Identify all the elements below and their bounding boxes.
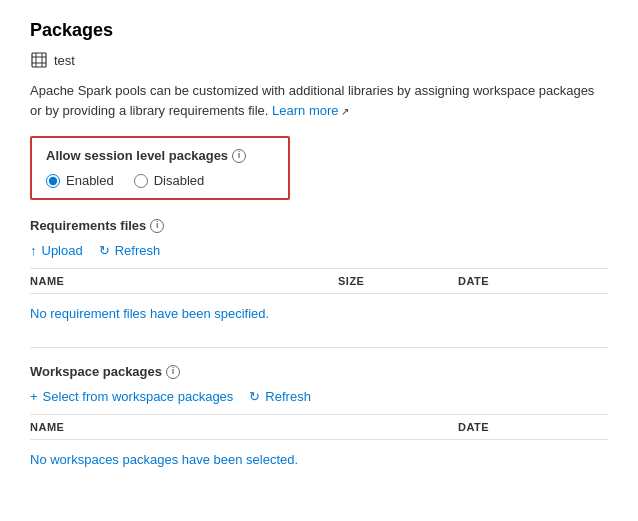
svg-rect-0 (32, 53, 46, 67)
resource-icon (30, 51, 48, 69)
learn-more-link[interactable]: Learn more (272, 103, 338, 118)
plus-icon: + (30, 389, 38, 404)
req-col-size: SIZE (338, 275, 458, 287)
requirements-info-icon: i (150, 219, 164, 233)
section-divider (30, 347, 608, 348)
enabled-radio-option[interactable]: Enabled (46, 173, 114, 188)
workspace-table-header: NAME DATE (30, 414, 608, 440)
workspace-action-bar: + Select from workspace packages ↻ Refre… (30, 389, 608, 404)
ws-col-name: NAME (30, 421, 458, 433)
upload-button[interactable]: ↑ Upload (30, 243, 83, 258)
workspace-refresh-icon: ↻ (249, 389, 260, 404)
info-text: Apache Spark pools can be customized wit… (30, 81, 608, 120)
select-workspace-packages-button[interactable]: + Select from workspace packages (30, 389, 233, 404)
page-title: Packages (30, 20, 608, 41)
session-info-icon: i (232, 149, 246, 163)
session-title: Allow session level packages i (46, 148, 274, 163)
resource-name: test (54, 53, 75, 68)
disabled-radio-option[interactable]: Disabled (134, 173, 205, 188)
req-col-date: DATE (458, 275, 608, 287)
ws-col-date: DATE (458, 421, 608, 433)
requirements-refresh-button[interactable]: ↻ Refresh (99, 243, 161, 258)
requirements-title: Requirements files i (30, 218, 608, 233)
requirements-refresh-icon: ↻ (99, 243, 110, 258)
requirements-table-header: NAME SIZE DATE (30, 268, 608, 294)
session-level-packages-box: Allow session level packages i Enabled D… (30, 136, 290, 200)
upload-icon: ↑ (30, 243, 37, 258)
workspace-packages-title: Workspace packages i (30, 364, 608, 379)
enabled-radio[interactable] (46, 174, 60, 188)
disabled-radio[interactable] (134, 174, 148, 188)
req-col-name: NAME (30, 275, 338, 287)
workspace-packages-section: Workspace packages i + Select from works… (30, 364, 608, 477)
requirements-section: Requirements files i ↑ Upload ↻ Refresh … (30, 218, 608, 331)
requirements-empty-message: No requirement files have been specified… (30, 296, 608, 331)
resource-label: test (30, 51, 608, 69)
workspace-info-icon: i (166, 365, 180, 379)
external-link-icon: ↗ (341, 104, 349, 119)
session-radio-group: Enabled Disabled (46, 173, 274, 188)
requirements-action-bar: ↑ Upload ↻ Refresh (30, 243, 608, 258)
workspace-empty-message: No workspaces packages have been selecte… (30, 442, 608, 477)
workspace-refresh-button[interactable]: ↻ Refresh (249, 389, 311, 404)
